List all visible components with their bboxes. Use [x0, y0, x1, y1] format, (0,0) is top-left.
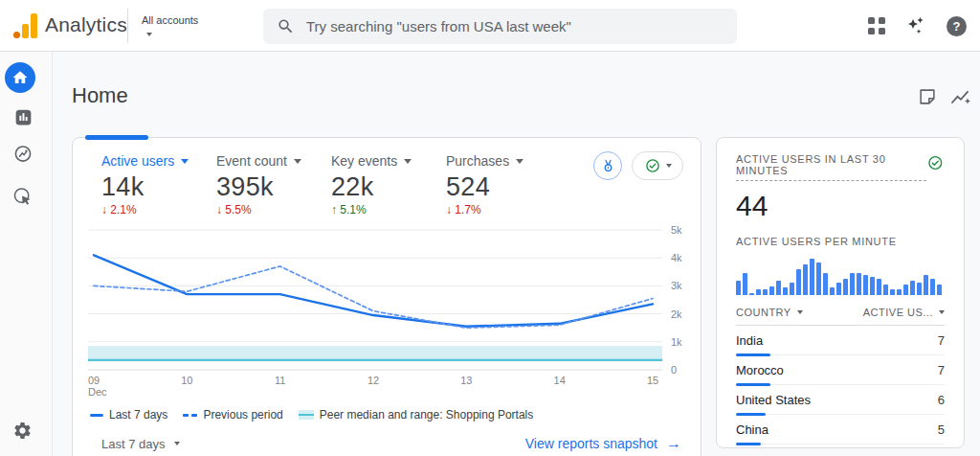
logo-dot — [13, 32, 20, 38]
svg-text:13: 13 — [460, 375, 472, 386]
svg-text:1k: 1k — [671, 336, 682, 348]
svg-text:3k: 3k — [671, 280, 682, 291]
metric-selector[interactable]: Active users — [101, 153, 216, 169]
minute-bar — [776, 281, 781, 295]
country-row: United States 6 — [736, 385, 945, 415]
grid-square — [879, 17, 885, 24]
metric-label: Key events — [331, 153, 397, 169]
metric-delta: ↑ 5.1% — [331, 203, 446, 217]
search-bar[interactable] — [263, 9, 737, 44]
chevron-down-icon — [939, 310, 945, 314]
minute-bar — [870, 277, 875, 295]
minute-bar — [810, 259, 814, 295]
chevron-down-icon — [174, 442, 180, 445]
minute-bar — [863, 275, 868, 295]
minute-bar — [796, 269, 801, 295]
column-label: COUNTRY — [736, 307, 791, 318]
minute-bar — [830, 287, 835, 295]
svg-text:5k: 5k — [671, 226, 682, 236]
minute-bar — [790, 283, 794, 295]
minute-bar — [836, 283, 841, 295]
help-icon[interactable]: ? — [947, 16, 967, 36]
home-icon — [11, 69, 29, 86]
country-name: Morocco — [736, 363, 784, 377]
gear-icon — [12, 421, 33, 441]
nav-advertising-button[interactable] — [12, 186, 33, 207]
per-minute-label: ACTIVE USERS PER MINUTE — [736, 236, 945, 247]
metric-label: Active users — [101, 153, 174, 169]
help-glyph: ? — [953, 19, 961, 34]
minute-bar — [910, 281, 915, 295]
chevron-down-icon — [797, 310, 803, 314]
sparkle-icon[interactable] — [904, 14, 927, 37]
metric: Key events 22k ↑ 5.1% — [331, 153, 446, 217]
svg-text:0: 0 — [671, 364, 677, 376]
minute-bar — [756, 289, 761, 295]
metric-delta: ↓ 2.1% — [101, 203, 216, 217]
active-users-column-header[interactable]: ACTIVE US... — [863, 307, 945, 318]
minute-bar — [857, 273, 861, 295]
date-range-label: Last 7 days — [101, 437, 166, 451]
solid-line-swatch — [90, 414, 103, 417]
country-value: 7 — [938, 333, 945, 348]
metric-value: 524 — [446, 171, 561, 202]
active-users-count: 44 — [736, 190, 945, 222]
page-title: Home — [72, 83, 128, 108]
metric-value: 14k — [101, 171, 216, 202]
legend-item: Last 7 days — [90, 408, 167, 422]
svg-text:10: 10 — [181, 375, 192, 386]
dashed-line-swatch — [183, 414, 197, 417]
svg-text:Dec: Dec — [88, 386, 107, 398]
minute-bar — [763, 289, 768, 295]
date-range-selector[interactable]: Last 7 days — [101, 437, 180, 451]
country-column-header[interactable]: COUNTRY — [736, 307, 803, 318]
brand-title: Analytics — [45, 13, 127, 36]
peer-band-swatch — [299, 410, 314, 420]
nav-reports-button[interactable] — [12, 106, 33, 127]
column-label: ACTIVE US... — [863, 307, 933, 318]
svg-text:15: 15 — [647, 375, 658, 386]
apps-grid-icon[interactable] — [868, 17, 885, 34]
minute-bar — [783, 287, 788, 295]
minute-bar — [930, 279, 935, 295]
minute-bar — [890, 289, 895, 295]
minute-bar — [743, 273, 747, 295]
grid-square — [868, 28, 875, 34]
metric-selector[interactable]: Purchases — [446, 153, 561, 169]
nav-admin-button[interactable] — [11, 420, 33, 441]
per-minute-bars — [736, 257, 945, 295]
sticky-note-icon[interactable] — [917, 86, 938, 107]
insights-icon[interactable] — [949, 86, 972, 109]
minute-bar — [924, 275, 928, 295]
overview-chart[interactable]: 01k2k3k4k5k09Dec101112131415 — [84, 226, 701, 406]
chevron-down-icon — [181, 159, 189, 164]
metric-delta: ↓ 5.5% — [216, 203, 331, 217]
logo-bar-mid — [22, 24, 29, 38]
data-quality-selector[interactable] — [632, 151, 683, 180]
chevron-down-icon — [516, 159, 523, 164]
benchmarking-badge[interactable] — [593, 151, 622, 180]
divider — [127, 9, 128, 43]
country-name: China — [736, 422, 768, 437]
search-input[interactable] — [306, 18, 724, 34]
country-row: China 5 — [736, 415, 945, 445]
svg-text:12: 12 — [368, 375, 379, 386]
svg-text:11: 11 — [275, 375, 285, 386]
view-reports-snapshot-link[interactable]: View reports snapshot → — [525, 435, 681, 452]
svg-text:14: 14 — [554, 375, 566, 386]
country-row: India 7 — [736, 326, 945, 355]
metric-selector[interactable]: Key events — [331, 153, 446, 169]
grid-square — [879, 28, 885, 34]
account-selector[interactable]: All accounts — [142, 11, 198, 36]
chevron-down-icon — [404, 159, 412, 164]
nav-explore-button[interactable] — [12, 144, 33, 165]
country-name: United States — [736, 393, 811, 407]
realtime-card: ACTIVE USERS IN LAST 30 MINUTES 44 ACTIV… — [716, 137, 965, 448]
nav-home-button[interactable] — [5, 62, 35, 93]
country-row: Morocco 7 — [736, 355, 945, 385]
metric-label: Event count — [216, 153, 287, 169]
country-value: 5 — [938, 422, 945, 437]
metric-selector[interactable]: Event count — [216, 153, 331, 169]
search-icon — [277, 17, 295, 35]
legend-label: Previous period — [203, 408, 282, 422]
